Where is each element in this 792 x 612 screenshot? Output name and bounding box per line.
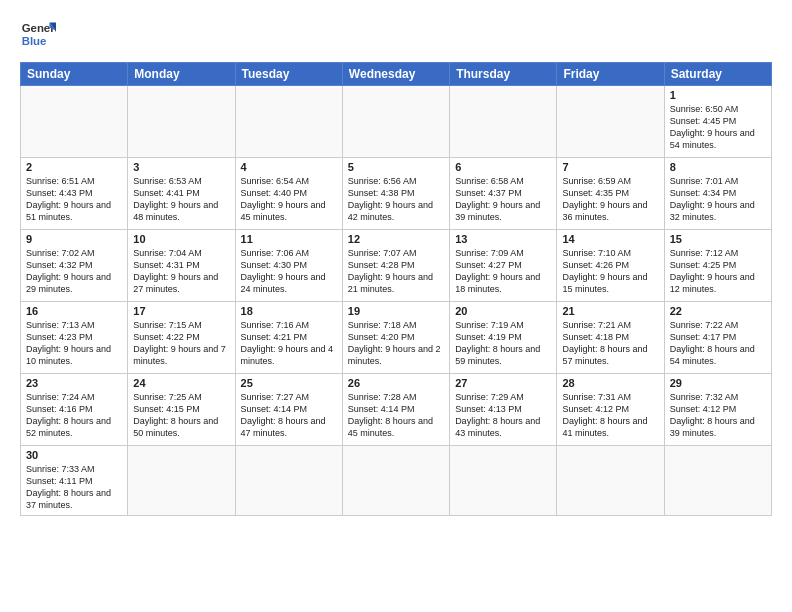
day-info: Sunrise: 7:13 AM Sunset: 4:23 PM Dayligh… <box>26 319 122 368</box>
header-monday: Monday <box>128 63 235 86</box>
table-row <box>450 86 557 158</box>
header: General Blue <box>20 16 772 52</box>
table-row <box>342 446 449 516</box>
day-info: Sunrise: 6:56 AM Sunset: 4:38 PM Dayligh… <box>348 175 444 224</box>
table-row <box>342 86 449 158</box>
table-row <box>664 446 771 516</box>
table-row <box>21 86 128 158</box>
day-number: 15 <box>670 233 766 245</box>
day-number: 10 <box>133 233 229 245</box>
day-number: 17 <box>133 305 229 317</box>
day-info: Sunrise: 7:24 AM Sunset: 4:16 PM Dayligh… <box>26 391 122 440</box>
day-number: 30 <box>26 449 122 461</box>
header-thursday: Thursday <box>450 63 557 86</box>
day-info: Sunrise: 7:21 AM Sunset: 4:18 PM Dayligh… <box>562 319 658 368</box>
day-number: 1 <box>670 89 766 101</box>
table-row: 28Sunrise: 7:31 AM Sunset: 4:12 PM Dayli… <box>557 374 664 446</box>
table-row: 27Sunrise: 7:29 AM Sunset: 4:13 PM Dayli… <box>450 374 557 446</box>
day-number: 2 <box>26 161 122 173</box>
header-friday: Friday <box>557 63 664 86</box>
day-info: Sunrise: 7:02 AM Sunset: 4:32 PM Dayligh… <box>26 247 122 296</box>
day-info: Sunrise: 7:19 AM Sunset: 4:19 PM Dayligh… <box>455 319 551 368</box>
table-row: 3Sunrise: 6:53 AM Sunset: 4:41 PM Daylig… <box>128 158 235 230</box>
page: General Blue Sunday Monday Tuesday Wedne… <box>0 0 792 612</box>
day-number: 21 <box>562 305 658 317</box>
table-row <box>557 446 664 516</box>
svg-text:Blue: Blue <box>22 35 47 47</box>
day-number: 22 <box>670 305 766 317</box>
day-info: Sunrise: 7:06 AM Sunset: 4:30 PM Dayligh… <box>241 247 337 296</box>
day-info: Sunrise: 7:28 AM Sunset: 4:14 PM Dayligh… <box>348 391 444 440</box>
day-info: Sunrise: 7:27 AM Sunset: 4:14 PM Dayligh… <box>241 391 337 440</box>
table-row <box>557 86 664 158</box>
calendar-table: Sunday Monday Tuesday Wednesday Thursday… <box>20 62 772 516</box>
table-row: 24Sunrise: 7:25 AM Sunset: 4:15 PM Dayli… <box>128 374 235 446</box>
table-row: 26Sunrise: 7:28 AM Sunset: 4:14 PM Dayli… <box>342 374 449 446</box>
day-info: Sunrise: 7:10 AM Sunset: 4:26 PM Dayligh… <box>562 247 658 296</box>
table-row: 23Sunrise: 7:24 AM Sunset: 4:16 PM Dayli… <box>21 374 128 446</box>
header-tuesday: Tuesday <box>235 63 342 86</box>
day-number: 26 <box>348 377 444 389</box>
table-row: 20Sunrise: 7:19 AM Sunset: 4:19 PM Dayli… <box>450 302 557 374</box>
day-info: Sunrise: 6:53 AM Sunset: 4:41 PM Dayligh… <box>133 175 229 224</box>
day-info: Sunrise: 7:15 AM Sunset: 4:22 PM Dayligh… <box>133 319 229 368</box>
day-info: Sunrise: 7:29 AM Sunset: 4:13 PM Dayligh… <box>455 391 551 440</box>
day-info: Sunrise: 7:25 AM Sunset: 4:15 PM Dayligh… <box>133 391 229 440</box>
table-row: 14Sunrise: 7:10 AM Sunset: 4:26 PM Dayli… <box>557 230 664 302</box>
table-row: 2Sunrise: 6:51 AM Sunset: 4:43 PM Daylig… <box>21 158 128 230</box>
day-info: Sunrise: 7:01 AM Sunset: 4:34 PM Dayligh… <box>670 175 766 224</box>
table-row: 16Sunrise: 7:13 AM Sunset: 4:23 PM Dayli… <box>21 302 128 374</box>
day-number: 6 <box>455 161 551 173</box>
day-number: 23 <box>26 377 122 389</box>
table-row: 15Sunrise: 7:12 AM Sunset: 4:25 PM Dayli… <box>664 230 771 302</box>
generalblue-logo-icon: General Blue <box>20 16 56 52</box>
table-row: 25Sunrise: 7:27 AM Sunset: 4:14 PM Dayli… <box>235 374 342 446</box>
day-number: 7 <box>562 161 658 173</box>
day-number: 20 <box>455 305 551 317</box>
table-row: 17Sunrise: 7:15 AM Sunset: 4:22 PM Dayli… <box>128 302 235 374</box>
day-number: 19 <box>348 305 444 317</box>
table-row: 13Sunrise: 7:09 AM Sunset: 4:27 PM Dayli… <box>450 230 557 302</box>
day-number: 3 <box>133 161 229 173</box>
day-number: 11 <box>241 233 337 245</box>
day-info: Sunrise: 6:59 AM Sunset: 4:35 PM Dayligh… <box>562 175 658 224</box>
day-info: Sunrise: 7:18 AM Sunset: 4:20 PM Dayligh… <box>348 319 444 368</box>
table-row: 22Sunrise: 7:22 AM Sunset: 4:17 PM Dayli… <box>664 302 771 374</box>
logo: General Blue <box>20 16 56 52</box>
table-row: 19Sunrise: 7:18 AM Sunset: 4:20 PM Dayli… <box>342 302 449 374</box>
day-number: 29 <box>670 377 766 389</box>
table-row <box>128 446 235 516</box>
day-number: 25 <box>241 377 337 389</box>
day-info: Sunrise: 7:32 AM Sunset: 4:12 PM Dayligh… <box>670 391 766 440</box>
weekday-header-row: Sunday Monday Tuesday Wednesday Thursday… <box>21 63 772 86</box>
day-info: Sunrise: 6:58 AM Sunset: 4:37 PM Dayligh… <box>455 175 551 224</box>
day-info: Sunrise: 7:31 AM Sunset: 4:12 PM Dayligh… <box>562 391 658 440</box>
day-number: 14 <box>562 233 658 245</box>
day-info: Sunrise: 7:16 AM Sunset: 4:21 PM Dayligh… <box>241 319 337 368</box>
day-number: 18 <box>241 305 337 317</box>
day-info: Sunrise: 7:07 AM Sunset: 4:28 PM Dayligh… <box>348 247 444 296</box>
table-row: 29Sunrise: 7:32 AM Sunset: 4:12 PM Dayli… <box>664 374 771 446</box>
table-row: 5Sunrise: 6:56 AM Sunset: 4:38 PM Daylig… <box>342 158 449 230</box>
day-info: Sunrise: 6:50 AM Sunset: 4:45 PM Dayligh… <box>670 103 766 152</box>
day-number: 24 <box>133 377 229 389</box>
day-number: 28 <box>562 377 658 389</box>
table-row: 1Sunrise: 6:50 AM Sunset: 4:45 PM Daylig… <box>664 86 771 158</box>
day-info: Sunrise: 6:51 AM Sunset: 4:43 PM Dayligh… <box>26 175 122 224</box>
day-info: Sunrise: 6:54 AM Sunset: 4:40 PM Dayligh… <box>241 175 337 224</box>
day-info: Sunrise: 7:09 AM Sunset: 4:27 PM Dayligh… <box>455 247 551 296</box>
header-sunday: Sunday <box>21 63 128 86</box>
table-row: 9Sunrise: 7:02 AM Sunset: 4:32 PM Daylig… <box>21 230 128 302</box>
day-info: Sunrise: 7:04 AM Sunset: 4:31 PM Dayligh… <box>133 247 229 296</box>
table-row <box>235 86 342 158</box>
day-number: 16 <box>26 305 122 317</box>
day-number: 13 <box>455 233 551 245</box>
table-row: 6Sunrise: 6:58 AM Sunset: 4:37 PM Daylig… <box>450 158 557 230</box>
table-row: 30Sunrise: 7:33 AM Sunset: 4:11 PM Dayli… <box>21 446 128 516</box>
table-row: 8Sunrise: 7:01 AM Sunset: 4:34 PM Daylig… <box>664 158 771 230</box>
day-number: 9 <box>26 233 122 245</box>
table-row: 4Sunrise: 6:54 AM Sunset: 4:40 PM Daylig… <box>235 158 342 230</box>
day-number: 8 <box>670 161 766 173</box>
day-number: 27 <box>455 377 551 389</box>
table-row: 10Sunrise: 7:04 AM Sunset: 4:31 PM Dayli… <box>128 230 235 302</box>
